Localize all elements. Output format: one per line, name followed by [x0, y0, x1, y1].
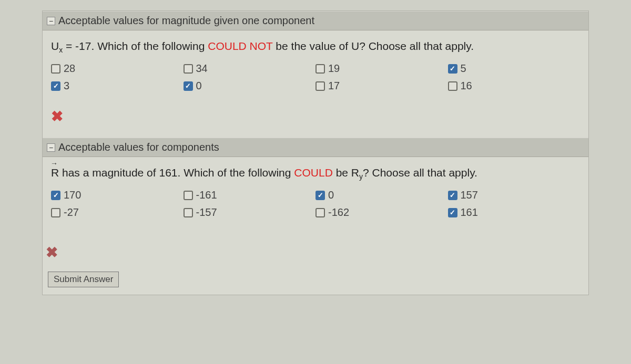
question-2: R has a magnitude of 161. Which of the f…	[51, 167, 580, 181]
option-label: 34	[196, 63, 208, 75]
section-1-body: Ux = -17. Which of the following COULD N…	[43, 30, 588, 138]
section-1-header[interactable]: − Acceptable values for magnitude given …	[43, 11, 588, 30]
incorrect-icon: ✖	[51, 108, 580, 125]
option[interactable]: 3	[51, 80, 184, 92]
option[interactable]: 19	[316, 63, 448, 75]
checkbox[interactable]	[448, 64, 457, 74]
option[interactable]: -27	[51, 206, 184, 219]
option-label: 16	[461, 80, 472, 92]
checkbox[interactable]	[448, 81, 457, 91]
option-label: 3	[64, 80, 69, 92]
option-label: -162	[328, 206, 349, 219]
collapse-icon[interactable]: −	[47, 143, 55, 152]
option[interactable]: 34	[184, 63, 316, 75]
q1-var: U	[51, 40, 59, 52]
q2-red: COULD	[294, 167, 333, 179]
q2-vec: R	[51, 167, 59, 179]
option-label: 5	[461, 63, 466, 75]
question-1: Ux = -17. Which of the following COULD N…	[51, 40, 580, 54]
option-label: 0	[196, 80, 202, 92]
checkbox[interactable]	[184, 64, 193, 74]
option-label: 19	[328, 63, 340, 75]
options-2: 170 -161 0 157 -27 -157 -162 161	[51, 189, 580, 219]
checkbox[interactable]	[448, 208, 457, 217]
checkbox[interactable]	[184, 191, 193, 200]
q2-mid: has a magnitude of 161. Which of the fol…	[59, 167, 294, 179]
checkbox[interactable]	[51, 81, 60, 91]
checkbox[interactable]	[184, 208, 193, 217]
section-2-body: R has a magnitude of 161. Which of the f…	[43, 157, 588, 238]
option[interactable]: 0	[316, 189, 448, 201]
option[interactable]: 17	[316, 80, 448, 92]
option-label: 157	[461, 189, 478, 201]
section-1-title: Acceptable values for magnitude given on…	[58, 15, 314, 27]
options-1: 28 34 19 5 3 0 17 16	[51, 63, 580, 92]
q1-post: be the value of U? Choose all that apply…	[273, 40, 474, 52]
checkbox[interactable]	[51, 191, 60, 200]
option[interactable]: 16	[448, 80, 581, 92]
checkbox[interactable]	[51, 208, 60, 217]
q2-sub: y	[359, 172, 363, 181]
option-label: 28	[64, 63, 75, 75]
quiz-panel: − Acceptable values for magnitude given …	[42, 11, 589, 295]
option-label: 0	[328, 189, 334, 201]
checkbox[interactable]	[51, 64, 60, 74]
option-label: 161	[461, 206, 478, 219]
option[interactable]: -162	[316, 206, 448, 219]
checkbox[interactable]	[316, 81, 325, 91]
option-label: 17	[328, 80, 340, 92]
option-label: -161	[196, 189, 217, 201]
section-2: − Acceptable values for components R has…	[43, 138, 588, 238]
submit-button[interactable]: Submit Answer	[48, 272, 119, 287]
option[interactable]: 170	[51, 189, 184, 201]
option[interactable]: -161	[184, 189, 316, 201]
option[interactable]: 161	[448, 206, 581, 219]
section-2-title: Acceptable values for components	[58, 141, 219, 153]
option[interactable]: 28	[51, 63, 184, 75]
checkbox[interactable]	[184, 81, 193, 91]
checkbox[interactable]	[316, 208, 325, 217]
section-2-header[interactable]: − Acceptable values for components	[43, 138, 588, 157]
option-label: -27	[64, 206, 79, 219]
option[interactable]: 0	[184, 80, 316, 92]
q2-post1: be R	[333, 167, 359, 179]
collapse-icon[interactable]: −	[47, 17, 55, 25]
checkbox[interactable]	[316, 191, 325, 200]
option[interactable]: 157	[448, 189, 581, 201]
checkbox[interactable]	[448, 191, 457, 200]
option[interactable]: 5	[448, 63, 581, 75]
q1-mid: = -17. Which of the following	[63, 40, 208, 52]
incorrect-icon: ✖	[43, 238, 588, 261]
option-label: 170	[64, 189, 81, 201]
checkbox[interactable]	[316, 64, 325, 74]
q1-red: COULD NOT	[208, 40, 272, 52]
option[interactable]: -157	[184, 206, 316, 219]
q2-post2: ? Choose all that apply.	[363, 167, 477, 179]
option-label: -157	[196, 206, 217, 219]
